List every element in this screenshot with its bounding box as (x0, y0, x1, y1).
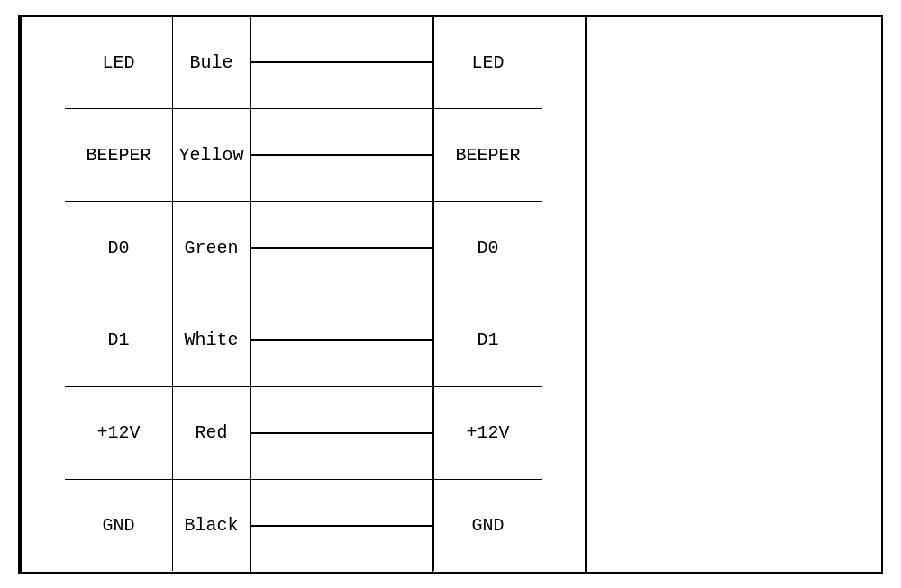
wire-row (251, 294, 432, 387)
wire-row (251, 109, 432, 202)
left-table-row: LEDBule (65, 17, 250, 110)
signal-name-left: +12V (65, 387, 173, 479)
color-label: Bule (173, 17, 250, 109)
right-side-label (542, 17, 587, 572)
signal-name-right: D1 (433, 294, 542, 386)
color-label: Green (173, 202, 250, 294)
wire-row (251, 202, 432, 294)
signal-name-left: D0 (65, 202, 173, 294)
color-label: Black (173, 480, 250, 572)
left-table-row: BEEPERYellow (65, 109, 250, 202)
right-table-row: D0 (433, 202, 542, 294)
right-table-row: +12V (433, 387, 542, 480)
left-table-row: GNDBlack (65, 480, 250, 572)
signal-name-right: LED (433, 17, 542, 109)
color-label: Yellow (173, 109, 250, 201)
signal-name-left: GND (65, 480, 173, 572)
wire-row (251, 17, 432, 110)
right-table-row: LED (433, 17, 542, 110)
right-table-row: GND (433, 480, 542, 572)
wiring-diagram: LEDBuleBEEPERYellowD0GreenD1White+12VRed… (18, 15, 883, 574)
color-label: Red (173, 387, 250, 479)
signal-name-left: D1 (65, 294, 173, 386)
right-table-row: BEEPER (433, 109, 542, 202)
wire-row (251, 480, 432, 572)
left-side-label (20, 17, 65, 572)
signal-name-left: LED (65, 17, 173, 109)
left-table-row: D0Green (65, 202, 250, 294)
left-table-row: D1White (65, 294, 250, 387)
color-label: White (173, 294, 250, 386)
signal-name-right: BEEPER (433, 109, 542, 201)
signal-name-right: +12V (433, 387, 542, 479)
signal-name-left: BEEPER (65, 109, 173, 201)
right-table-row: D1 (433, 294, 542, 387)
signal-name-right: D0 (433, 202, 542, 294)
left-table-row: +12VRed (65, 387, 250, 480)
left-table: LEDBuleBEEPERYellowD0GreenD1White+12VRed… (65, 17, 251, 572)
wire-section (251, 17, 432, 572)
right-table: LEDBEEPERD0D1+12VGND (432, 17, 542, 572)
wire-row (251, 387, 432, 480)
signal-name-right: GND (433, 480, 542, 572)
